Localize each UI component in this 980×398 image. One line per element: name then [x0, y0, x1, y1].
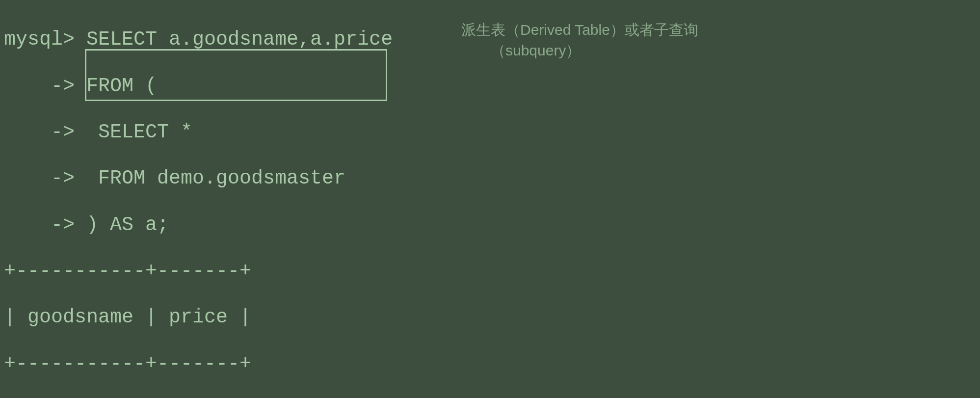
annotation-label: 派生表（Derived Table）或者子查询 （subquery）: [461, 20, 698, 61]
sql-line: -> SELECT *: [4, 121, 976, 144]
annotation-line2: （subquery）: [461, 40, 698, 61]
table-border: +-----------+-------+: [4, 260, 976, 283]
sql-line: -> FROM (: [4, 75, 976, 98]
table-border: +-----------+-------+: [4, 352, 976, 375]
sql-line: -> FROM demo.goodsmaster: [4, 167, 976, 190]
sql-line: -> ) AS a;: [4, 213, 976, 237]
table-header: | goodsname | price |: [4, 306, 976, 329]
annotation-line1: 派生表（Derived Table）或者子查询: [461, 20, 698, 40]
